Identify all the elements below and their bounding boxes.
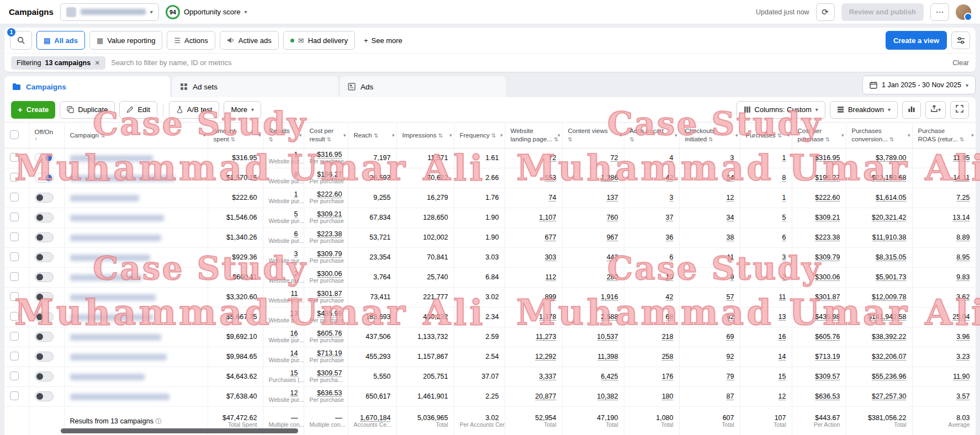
column-header-wlp[interactable]: Websitelanding page... ⇅▾ xyxy=(505,123,562,148)
cell-results[interactable]: 13Website pur... xyxy=(263,307,304,327)
campaign-toggle[interactable] xyxy=(35,173,54,183)
cell-views[interactable]: 11,398 xyxy=(562,347,624,367)
campaign-toggle[interactable] xyxy=(35,372,54,381)
export-button[interactable]: ▾ xyxy=(925,101,946,119)
column-header-purch[interactable]: Purchases ⇅▾ xyxy=(740,123,792,148)
cell-wlp[interactable]: 677 xyxy=(505,227,562,247)
cell-reach[interactable]: 650,617 xyxy=(348,386,396,406)
chevron-down-icon[interactable]: ▾ xyxy=(258,132,261,138)
cell-conv[interactable]: $22,159.68 xyxy=(846,168,912,188)
cell-freq[interactable]: 37.07 xyxy=(454,367,505,386)
campaign-toggle[interactable] xyxy=(35,213,54,222)
row-checkbox[interactable] xyxy=(10,391,19,400)
filter-chip-all-ads[interactable]: ▤ All ads xyxy=(36,31,85,50)
cell-atc[interactable]: 4 xyxy=(624,148,679,168)
filter-chip-had-delivery[interactable]: ✉ Had delivery xyxy=(283,31,355,50)
cell-freq[interactable]: 3.03 xyxy=(454,247,505,267)
cell-views[interactable]: 760 xyxy=(562,208,624,227)
cell-checkout[interactable]: 12 xyxy=(679,188,740,208)
cell-views[interactable]: 967 xyxy=(562,227,624,247)
column-header-atc[interactable]: Adds to cart ⇅▾ xyxy=(624,123,679,148)
row-select-cell[interactable] xyxy=(4,327,29,347)
column-header-spent[interactable]: Amountspent ⇅▾ xyxy=(208,123,263,148)
cell-conv[interactable]: $38,392.22 xyxy=(846,327,912,347)
horizontal-scrollbar[interactable] xyxy=(61,428,298,433)
cell-purch[interactable]: 3 xyxy=(740,247,792,267)
cell-purch[interactable]: 1 xyxy=(740,148,792,168)
row-checkbox[interactable] xyxy=(10,153,19,162)
cell-cpr[interactable]: $435.98Per purchase xyxy=(304,307,348,327)
charts-button[interactable] xyxy=(902,101,921,119)
row-checkbox[interactable] xyxy=(10,213,19,221)
cell-cpr[interactable]: $713.19Per purchase xyxy=(304,347,348,367)
column-header-checkout[interactable]: Checkoutsinitiated ⇅▾ xyxy=(679,123,740,148)
cell-cpp[interactable]: $223.38 xyxy=(792,227,846,247)
refresh-button[interactable]: ⟳ xyxy=(816,3,835,21)
review-publish-button[interactable]: Review and publish xyxy=(841,3,924,21)
cell-atc[interactable]: 68 xyxy=(624,307,679,327)
campaign-name-cell[interactable] xyxy=(64,188,208,208)
breakdown-button[interactable]: Breakdown ▾ xyxy=(830,101,898,119)
row-checkbox[interactable] xyxy=(10,332,19,341)
cell-wlp[interactable]: 303 xyxy=(505,247,562,267)
cell-checkout[interactable]: 79 xyxy=(679,367,740,386)
cell-atc[interactable]: 36 xyxy=(624,227,679,247)
filtering-campaigns-pill[interactable]: Filtering 13 campaigns ✕ xyxy=(11,56,105,70)
campaign-toggle[interactable] xyxy=(35,391,54,401)
cell-reach[interactable]: 9,255 xyxy=(348,188,396,208)
cell-conv[interactable]: $8,315.05 xyxy=(846,247,912,267)
cell-checkout[interactable]: 87 xyxy=(679,386,740,406)
cell-checkout[interactable]: 9 xyxy=(679,267,740,287)
cell-spent[interactable]: $5,667.75 xyxy=(208,307,263,327)
cell-wlp[interactable]: 899 xyxy=(505,287,562,307)
select-all-checkbox[interactable] xyxy=(10,130,19,139)
cell-atc[interactable]: 37 xyxy=(624,208,679,227)
date-range-picker[interactable]: 1 Jan 2025 - 30 Nov 2025 ▾ xyxy=(862,76,976,94)
cell-conv[interactable]: $55,236.96 xyxy=(846,367,912,386)
cell-atc[interactable]: 42 xyxy=(624,168,679,188)
chevron-down-icon[interactable]: ▾ xyxy=(971,132,974,138)
cell-spent[interactable]: $1,340.26 xyxy=(208,227,263,247)
campaign-name-cell[interactable] xyxy=(64,327,208,347)
cell-conv[interactable]: $11,910.38 xyxy=(846,227,912,247)
row-checkbox[interactable] xyxy=(10,272,19,281)
create-view-button[interactable]: Create a view xyxy=(886,31,947,50)
campaign-name-cell[interactable] xyxy=(64,168,208,188)
campaign-name-cell[interactable] xyxy=(64,227,208,247)
cell-reach[interactable]: 437,506 xyxy=(348,327,396,347)
filter-chip-active-ads[interactable]: Active ads xyxy=(220,31,279,50)
tab-ad-sets[interactable]: Ad sets xyxy=(172,76,338,97)
cell-results[interactable]: 11Website pur... xyxy=(263,287,304,307)
cell-purch[interactable]: 2 xyxy=(740,267,792,287)
row-checkbox[interactable] xyxy=(10,252,19,261)
cell-conv[interactable]: $12,009.78 xyxy=(846,287,912,307)
row-select-cell[interactable] xyxy=(4,367,29,386)
chevron-down-icon[interactable]: ▾ xyxy=(735,132,738,138)
cell-reach[interactable]: 26,593 xyxy=(348,168,396,188)
cell-views[interactable]: 2,588 xyxy=(562,307,624,327)
cell-purch[interactable]: 13 xyxy=(740,307,792,327)
cell-conv[interactable]: $20,321.42 xyxy=(846,208,912,227)
cell-atc[interactable]: 180 xyxy=(624,386,679,406)
cell-reach[interactable]: 73,411 xyxy=(348,287,396,307)
row-select-cell[interactable] xyxy=(4,347,29,367)
cell-checkout[interactable]: 69 xyxy=(679,327,740,347)
cell-purch[interactable]: 16 xyxy=(740,327,792,347)
cell-conv[interactable]: $3,789.00 xyxy=(846,148,912,168)
cell-results[interactable]: 8Website pur... xyxy=(263,168,304,188)
filter-chip-value-reporting[interactable]: ▦ Value reporting xyxy=(89,31,163,50)
cell-spent[interactable]: $7,638.40 xyxy=(208,386,263,406)
campaign-name-cell[interactable] xyxy=(64,287,208,307)
cell-results[interactable]: 15Purchases (... xyxy=(263,367,304,386)
cell-purch[interactable]: 11 xyxy=(740,287,792,307)
tab-ads[interactable]: Ads xyxy=(340,76,506,97)
column-header-reach[interactable]: Reach ⇅▾ xyxy=(348,123,396,148)
row-select-cell[interactable] xyxy=(4,267,29,287)
cell-reach[interactable]: 67,834 xyxy=(348,208,396,227)
cell-roas[interactable]: 11.95 xyxy=(912,148,976,168)
cell-spent[interactable]: $316.95 xyxy=(208,148,263,168)
cell-roas[interactable]: 25.04 xyxy=(912,307,976,327)
cell-atc[interactable]: 10 xyxy=(624,267,679,287)
opportunity-score[interactable]: 94 Opportunity score ▾ xyxy=(166,5,247,19)
cell-freq[interactable]: 6.84 xyxy=(454,267,505,287)
